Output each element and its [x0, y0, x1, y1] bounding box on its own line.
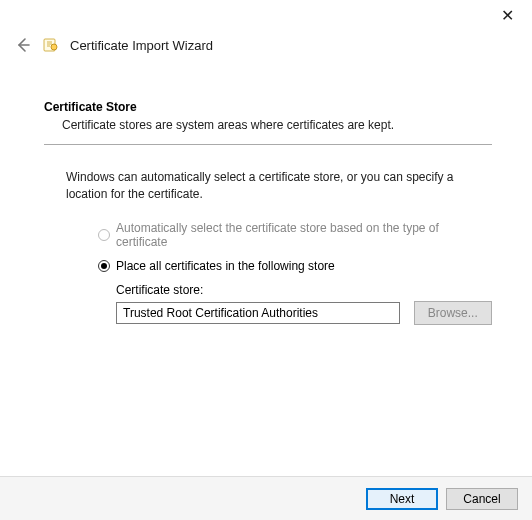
radio-auto-label: Automatically select the certificate sto…: [116, 221, 492, 249]
wizard-title: Certificate Import Wizard: [70, 38, 213, 53]
close-icon[interactable]: ✕: [495, 4, 520, 27]
certificate-store-input[interactable]: [116, 302, 400, 324]
content-area: Certificate Store Certificate stores are…: [0, 62, 532, 325]
next-button[interactable]: Next: [366, 488, 438, 510]
radio-group: Automatically select the certificate sto…: [98, 221, 492, 273]
back-arrow-icon[interactable]: [14, 36, 32, 54]
radio-unchecked-icon: [98, 229, 110, 241]
certificate-icon: [42, 36, 60, 54]
intro-text: Windows can automatically select a certi…: [66, 169, 492, 203]
browse-button: Browse...: [414, 301, 492, 325]
cancel-button[interactable]: Cancel: [446, 488, 518, 510]
store-block: Certificate store: Browse...: [116, 283, 492, 325]
svg-point-2: [51, 44, 57, 50]
divider: [44, 144, 492, 145]
radio-checked-icon: [98, 260, 110, 272]
footer: Next Cancel: [0, 476, 532, 520]
section-title: Certificate Store: [44, 100, 492, 114]
radio-auto-select[interactable]: Automatically select the certificate sto…: [98, 221, 492, 249]
wizard-header: Certificate Import Wizard: [0, 0, 532, 62]
radio-place-all[interactable]: Place all certificates in the following …: [98, 259, 492, 273]
store-label: Certificate store:: [116, 283, 492, 297]
radio-manual-label: Place all certificates in the following …: [116, 259, 335, 273]
section-description: Certificate stores are system areas wher…: [62, 118, 492, 132]
